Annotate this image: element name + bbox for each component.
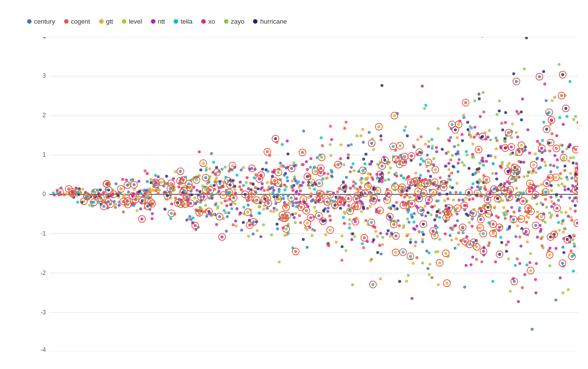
svg-point-1423 xyxy=(369,163,372,166)
svg-point-27 xyxy=(127,191,130,194)
svg-point-240 xyxy=(501,199,504,202)
svg-point-1773 xyxy=(232,197,235,200)
svg-point-752 xyxy=(505,146,508,149)
svg-point-1498 xyxy=(202,162,205,165)
svg-point-1791 xyxy=(327,206,330,209)
svg-point-620 xyxy=(364,177,367,180)
svg-point-34 xyxy=(157,192,160,195)
svg-point-1374 xyxy=(387,229,390,232)
svg-point-1472 xyxy=(373,226,376,229)
svg-point-1074 xyxy=(276,228,279,231)
svg-point-917 xyxy=(565,176,568,179)
svg-point-1469 xyxy=(496,113,499,116)
svg-point-1362 xyxy=(518,235,521,238)
svg-point-31 xyxy=(409,255,412,258)
svg-point-92 xyxy=(294,212,297,215)
svg-point-1356 xyxy=(442,210,445,213)
legend-item-ntt: ntt xyxy=(151,18,165,25)
svg-point-1664 xyxy=(215,177,218,180)
svg-point-1602 xyxy=(577,121,578,124)
svg-point-1081 xyxy=(471,256,474,259)
svg-point-131 xyxy=(198,190,201,193)
svg-point-1632 xyxy=(234,192,237,195)
svg-point-1099 xyxy=(454,129,457,132)
svg-point-723 xyxy=(170,212,173,215)
svg-point-195 xyxy=(444,252,447,255)
svg-point-252 xyxy=(561,73,564,76)
svg-point-1729 xyxy=(491,172,494,175)
svg-point-1386 xyxy=(194,224,197,227)
svg-point-1628 xyxy=(572,118,575,121)
svg-point-1758 xyxy=(517,194,520,197)
svg-point-696 xyxy=(293,162,295,165)
svg-point-77 xyxy=(550,200,553,203)
svg-point-676 xyxy=(514,264,517,267)
svg-point-1605 xyxy=(482,160,485,163)
svg-point-1707 xyxy=(498,109,501,112)
svg-point-749 xyxy=(329,143,331,146)
svg-point-1194 xyxy=(284,188,287,191)
svg-point-1394 xyxy=(483,187,486,190)
svg-text:2: 2 xyxy=(42,112,46,119)
scatter-plot: 4 3 2 1 0 -1 -2 -3 -4 xyxy=(27,37,578,352)
svg-point-1546 xyxy=(492,232,495,235)
svg-point-1344 xyxy=(495,215,498,218)
svg-point-1767 xyxy=(532,164,535,167)
svg-point-181 xyxy=(240,229,243,232)
svg-point-652 xyxy=(457,123,460,126)
svg-point-1370 xyxy=(554,176,557,179)
svg-point-1371 xyxy=(307,196,310,199)
svg-point-1585 xyxy=(210,152,213,155)
svg-point-600 xyxy=(262,223,265,226)
telia-legend-label: telia xyxy=(181,18,192,25)
svg-point-1695 xyxy=(431,205,434,208)
svg-point-399 xyxy=(417,190,420,193)
svg-point-742 xyxy=(295,198,298,201)
svg-point-1737 xyxy=(282,194,285,197)
svg-point-1088 xyxy=(208,168,211,170)
svg-point-1705 xyxy=(471,153,474,156)
svg-point-1799 xyxy=(143,199,146,202)
svg-point-1609 xyxy=(508,225,511,228)
svg-point-761 xyxy=(518,262,521,265)
svg-point-1272 xyxy=(448,174,451,177)
svg-point-587 xyxy=(555,147,558,150)
svg-point-1491 xyxy=(266,181,269,184)
svg-point-1713 xyxy=(222,194,225,197)
svg-point-1720 xyxy=(211,197,214,200)
svg-point-1302 xyxy=(379,277,382,280)
svg-point-1637 xyxy=(191,217,194,220)
svg-point-1217 xyxy=(518,209,521,212)
svg-point-1464 xyxy=(350,166,353,169)
svg-point-1662 xyxy=(461,226,464,229)
svg-point-1224 xyxy=(266,170,269,173)
svg-point-1748 xyxy=(541,159,544,162)
svg-point-417 xyxy=(345,176,348,179)
svg-point-423 xyxy=(567,288,570,291)
telia-legend-dot xyxy=(174,19,178,24)
svg-point-557 xyxy=(428,140,431,143)
svg-point-867 xyxy=(545,128,548,131)
svg-point-1455 xyxy=(559,143,562,146)
svg-point-992 xyxy=(213,184,216,187)
svg-point-361 xyxy=(492,223,495,226)
svg-point-732 xyxy=(521,286,524,289)
svg-point-592 xyxy=(561,262,564,265)
svg-point-1678 xyxy=(554,247,557,250)
svg-point-1365 xyxy=(154,181,157,184)
svg-point-1663 xyxy=(228,191,231,194)
svg-point-662 xyxy=(342,180,345,183)
svg-point-121 xyxy=(114,203,117,206)
svg-point-1176 xyxy=(501,129,504,132)
svg-point-808 xyxy=(449,191,452,194)
svg-point-1065 xyxy=(535,202,538,205)
svg-point-1502 xyxy=(306,228,309,231)
svg-point-902 xyxy=(430,213,433,216)
svg-point-148 xyxy=(567,188,570,191)
svg-point-343 xyxy=(415,256,418,259)
svg-point-1601 xyxy=(234,202,237,205)
svg-point-977 xyxy=(512,218,515,221)
svg-point-968 xyxy=(111,192,114,195)
svg-point-1005 xyxy=(160,181,163,184)
svg-point-1202 xyxy=(172,177,175,180)
